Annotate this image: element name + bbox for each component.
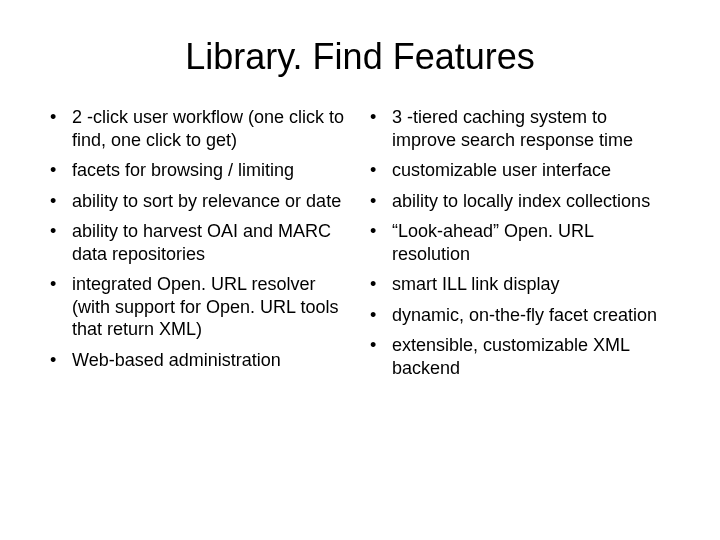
- bullet-icon: •: [48, 106, 72, 129]
- list-item-text: ability to sort by relevance or date: [72, 190, 352, 213]
- slide-title: Library. Find Features: [48, 36, 672, 78]
- list-item: • ability to locally index collections: [368, 190, 672, 213]
- list-item: • smart ILL link display: [368, 273, 672, 296]
- list-item: • extensible, customizable XML backend: [368, 334, 672, 379]
- list-item: • integrated Open. URL resolver (with su…: [48, 273, 352, 341]
- list-item-text: dynamic, on-the-fly facet creation: [392, 304, 672, 327]
- right-column: • 3 -tiered caching system to improve se…: [362, 106, 672, 387]
- list-item-text: ability to harvest OAI and MARC data rep…: [72, 220, 352, 265]
- bullet-icon: •: [368, 334, 392, 357]
- list-item: • facets for browsing / limiting: [48, 159, 352, 182]
- list-item-text: integrated Open. URL resolver (with supp…: [72, 273, 352, 341]
- list-item-text: customizable user interface: [392, 159, 672, 182]
- list-item: • 3 -tiered caching system to improve se…: [368, 106, 672, 151]
- bullet-icon: •: [368, 304, 392, 327]
- list-item: • 2 -click user workflow (one click to f…: [48, 106, 352, 151]
- list-item: • “Look-ahead” Open. URL resolution: [368, 220, 672, 265]
- list-item: • dynamic, on-the-fly facet creation: [368, 304, 672, 327]
- bullet-icon: •: [48, 220, 72, 243]
- list-item-text: 3 -tiered caching system to improve sear…: [392, 106, 672, 151]
- list-item-text: smart ILL link display: [392, 273, 672, 296]
- list-item: • ability to harvest OAI and MARC data r…: [48, 220, 352, 265]
- bullet-icon: •: [368, 106, 392, 129]
- list-item: • Web-based administration: [48, 349, 352, 372]
- two-column-layout: • 2 -click user workflow (one click to f…: [48, 106, 672, 387]
- bullet-icon: •: [368, 190, 392, 213]
- list-item-text: “Look-ahead” Open. URL resolution: [392, 220, 672, 265]
- list-item-text: ability to locally index collections: [392, 190, 672, 213]
- bullet-icon: •: [368, 159, 392, 182]
- list-item-text: facets for browsing / limiting: [72, 159, 352, 182]
- list-item: • ability to sort by relevance or date: [48, 190, 352, 213]
- left-column: • 2 -click user workflow (one click to f…: [48, 106, 362, 387]
- bullet-icon: •: [48, 349, 72, 372]
- right-feature-list: • 3 -tiered caching system to improve se…: [368, 106, 672, 379]
- list-item-text: Web-based administration: [72, 349, 352, 372]
- bullet-icon: •: [368, 220, 392, 243]
- bullet-icon: •: [48, 190, 72, 213]
- list-item-text: extensible, customizable XML backend: [392, 334, 672, 379]
- list-item: • customizable user interface: [368, 159, 672, 182]
- left-feature-list: • 2 -click user workflow (one click to f…: [48, 106, 352, 371]
- list-item-text: 2 -click user workflow (one click to fin…: [72, 106, 352, 151]
- bullet-icon: •: [48, 273, 72, 296]
- bullet-icon: •: [368, 273, 392, 296]
- bullet-icon: •: [48, 159, 72, 182]
